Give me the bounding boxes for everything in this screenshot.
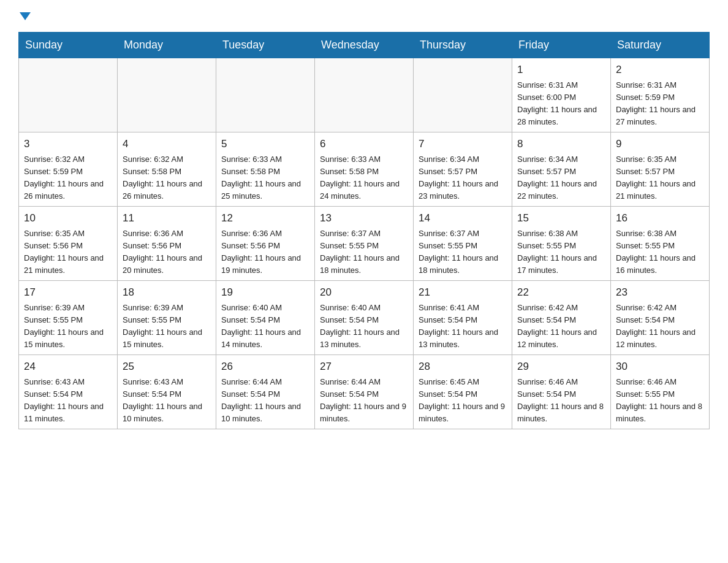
calendar-cell: 10Sunrise: 6:35 AM Sunset: 5:56 PM Dayli…	[19, 207, 118, 281]
day-number: 16	[616, 210, 704, 226]
calendar-cell: 24Sunrise: 6:43 AM Sunset: 5:54 PM Dayli…	[19, 355, 118, 429]
calendar-cell: 19Sunrise: 6:40 AM Sunset: 5:54 PM Dayli…	[216, 281, 315, 355]
day-number: 14	[419, 210, 507, 226]
calendar-cell: 5Sunrise: 6:33 AM Sunset: 5:58 PM Daylig…	[216, 132, 315, 207]
day-number: 24	[24, 359, 112, 375]
day-info: Sunrise: 6:41 AM Sunset: 5:54 PM Dayligh…	[419, 302, 507, 351]
week-row-0: 1Sunrise: 6:31 AM Sunset: 6:00 PM Daylig…	[19, 58, 710, 132]
calendar-cell: 27Sunrise: 6:44 AM Sunset: 5:54 PM Dayli…	[315, 355, 414, 429]
day-info: Sunrise: 6:37 AM Sunset: 5:55 PM Dayligh…	[419, 228, 507, 277]
day-number: 3	[24, 136, 112, 152]
calendar-cell: 23Sunrise: 6:42 AM Sunset: 5:54 PM Dayli…	[611, 281, 710, 355]
day-info: Sunrise: 6:35 AM Sunset: 5:57 PM Dayligh…	[616, 153, 704, 203]
calendar-cell	[315, 58, 414, 132]
calendar-cell	[19, 58, 118, 132]
day-info: Sunrise: 6:37 AM Sunset: 5:55 PM Dayligh…	[320, 228, 408, 277]
day-number: 4	[123, 136, 211, 152]
col-header-tuesday: Tuesday	[216, 33, 315, 58]
day-info: Sunrise: 6:31 AM Sunset: 6:00 PM Dayligh…	[517, 79, 605, 129]
day-number: 1	[517, 62, 605, 78]
calendar-cell: 16Sunrise: 6:38 AM Sunset: 5:55 PM Dayli…	[611, 207, 710, 281]
calendar-cell: 11Sunrise: 6:36 AM Sunset: 5:56 PM Dayli…	[118, 207, 216, 281]
day-info: Sunrise: 6:44 AM Sunset: 5:54 PM Dayligh…	[320, 376, 408, 426]
day-info: Sunrise: 6:39 AM Sunset: 5:55 PM Dayligh…	[123, 302, 211, 351]
calendar-cell: 25Sunrise: 6:43 AM Sunset: 5:54 PM Dayli…	[118, 355, 216, 429]
day-info: Sunrise: 6:44 AM Sunset: 5:54 PM Dayligh…	[221, 376, 309, 426]
day-number: 19	[221, 285, 309, 301]
day-info: Sunrise: 6:38 AM Sunset: 5:55 PM Dayligh…	[517, 228, 605, 277]
day-info: Sunrise: 6:34 AM Sunset: 5:57 PM Dayligh…	[419, 153, 507, 203]
day-info: Sunrise: 6:36 AM Sunset: 5:56 PM Dayligh…	[221, 228, 309, 277]
day-info: Sunrise: 6:33 AM Sunset: 5:58 PM Dayligh…	[221, 153, 309, 203]
col-header-saturday: Saturday	[611, 33, 710, 58]
page-header	[18, 12, 710, 21]
calendar-cell: 30Sunrise: 6:46 AM Sunset: 5:55 PM Dayli…	[611, 355, 710, 429]
calendar-cell: 28Sunrise: 6:45 AM Sunset: 5:54 PM Dayli…	[414, 355, 512, 429]
day-info: Sunrise: 6:45 AM Sunset: 5:54 PM Dayligh…	[419, 376, 507, 426]
day-info: Sunrise: 6:43 AM Sunset: 5:54 PM Dayligh…	[123, 376, 211, 426]
calendar-cell: 2Sunrise: 6:31 AM Sunset: 5:59 PM Daylig…	[611, 58, 710, 132]
col-header-thursday: Thursday	[414, 33, 512, 58]
calendar-cell: 12Sunrise: 6:36 AM Sunset: 5:56 PM Dayli…	[216, 207, 315, 281]
day-number: 23	[616, 285, 704, 301]
day-number: 12	[221, 210, 309, 226]
day-info: Sunrise: 6:40 AM Sunset: 5:54 PM Dayligh…	[221, 302, 309, 351]
calendar-cell: 3Sunrise: 6:32 AM Sunset: 5:59 PM Daylig…	[19, 132, 118, 207]
day-number: 13	[320, 210, 408, 226]
day-number: 22	[517, 285, 605, 301]
calendar-header-row: SundayMondayTuesdayWednesdayThursdayFrid…	[19, 33, 710, 58]
day-number: 7	[419, 136, 507, 152]
calendar-cell: 13Sunrise: 6:37 AM Sunset: 5:55 PM Dayli…	[315, 207, 414, 281]
day-number: 26	[221, 359, 309, 375]
day-number: 20	[320, 285, 408, 301]
calendar-cell: 26Sunrise: 6:44 AM Sunset: 5:54 PM Dayli…	[216, 355, 315, 429]
calendar-cell	[216, 58, 315, 132]
day-number: 6	[320, 136, 408, 152]
col-header-wednesday: Wednesday	[315, 33, 414, 58]
calendar-cell: 4Sunrise: 6:32 AM Sunset: 5:58 PM Daylig…	[118, 132, 216, 207]
day-number: 18	[123, 285, 211, 301]
day-info: Sunrise: 6:43 AM Sunset: 5:54 PM Dayligh…	[24, 376, 112, 426]
day-info: Sunrise: 6:38 AM Sunset: 5:55 PM Dayligh…	[616, 228, 704, 277]
day-number: 17	[24, 285, 112, 301]
day-info: Sunrise: 6:32 AM Sunset: 5:59 PM Dayligh…	[24, 153, 112, 203]
day-number: 2	[616, 62, 704, 78]
day-number: 28	[419, 359, 507, 375]
calendar-cell: 14Sunrise: 6:37 AM Sunset: 5:55 PM Dayli…	[414, 207, 512, 281]
day-number: 10	[24, 210, 112, 226]
day-info: Sunrise: 6:42 AM Sunset: 5:54 PM Dayligh…	[517, 302, 605, 351]
day-number: 21	[419, 285, 507, 301]
day-info: Sunrise: 6:31 AM Sunset: 5:59 PM Dayligh…	[616, 79, 704, 129]
col-header-sunday: Sunday	[19, 33, 118, 58]
day-number: 27	[320, 359, 408, 375]
week-row-1: 3Sunrise: 6:32 AM Sunset: 5:59 PM Daylig…	[19, 132, 710, 207]
calendar-cell: 20Sunrise: 6:40 AM Sunset: 5:54 PM Dayli…	[315, 281, 414, 355]
calendar-cell	[414, 58, 512, 132]
calendar-cell: 18Sunrise: 6:39 AM Sunset: 5:55 PM Dayli…	[118, 281, 216, 355]
week-row-4: 24Sunrise: 6:43 AM Sunset: 5:54 PM Dayli…	[19, 355, 710, 429]
day-info: Sunrise: 6:42 AM Sunset: 5:54 PM Dayligh…	[616, 302, 704, 351]
col-header-monday: Monday	[118, 33, 216, 58]
calendar-cell: 8Sunrise: 6:34 AM Sunset: 5:57 PM Daylig…	[512, 132, 611, 207]
calendar-cell: 6Sunrise: 6:33 AM Sunset: 5:58 PM Daylig…	[315, 132, 414, 207]
day-number: 25	[123, 359, 211, 375]
day-info: Sunrise: 6:46 AM Sunset: 5:54 PM Dayligh…	[517, 376, 605, 426]
day-info: Sunrise: 6:34 AM Sunset: 5:57 PM Dayligh…	[517, 153, 605, 203]
day-info: Sunrise: 6:40 AM Sunset: 5:54 PM Dayligh…	[320, 302, 408, 351]
calendar-cell: 29Sunrise: 6:46 AM Sunset: 5:54 PM Dayli…	[512, 355, 611, 429]
day-number: 29	[517, 359, 605, 375]
week-row-3: 17Sunrise: 6:39 AM Sunset: 5:55 PM Dayli…	[19, 281, 710, 355]
calendar-cell: 9Sunrise: 6:35 AM Sunset: 5:57 PM Daylig…	[611, 132, 710, 207]
calendar-cell	[118, 58, 216, 132]
calendar-cell: 17Sunrise: 6:39 AM Sunset: 5:55 PM Dayli…	[19, 281, 118, 355]
calendar-cell: 21Sunrise: 6:41 AM Sunset: 5:54 PM Dayli…	[414, 281, 512, 355]
day-number: 8	[517, 136, 605, 152]
day-info: Sunrise: 6:36 AM Sunset: 5:56 PM Dayligh…	[123, 228, 211, 277]
day-number: 5	[221, 136, 309, 152]
day-number: 15	[517, 210, 605, 226]
day-number: 11	[123, 210, 211, 226]
day-number: 9	[616, 136, 704, 152]
day-info: Sunrise: 6:33 AM Sunset: 5:58 PM Dayligh…	[320, 153, 408, 203]
calendar-cell: 1Sunrise: 6:31 AM Sunset: 6:00 PM Daylig…	[512, 58, 611, 132]
calendar-table: SundayMondayTuesdayWednesdayThursdayFrid…	[18, 32, 710, 429]
